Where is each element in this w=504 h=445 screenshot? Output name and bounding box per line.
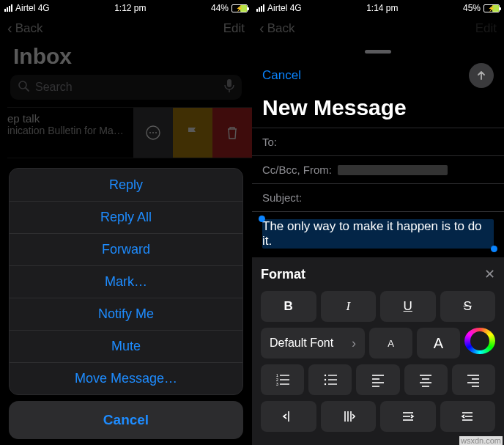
indent-button[interactable]	[321, 401, 377, 432]
signal-icon	[256, 4, 264, 12]
mail-preview: inication Bulletin for Ma…	[7, 125, 245, 136]
svg-point-6	[152, 132, 154, 133]
selected-text[interactable]: The only way to make it happen is to do …	[262, 219, 494, 249]
carrier-label: Airtel 4G	[267, 3, 302, 13]
carrier-label: Airtel 4G	[15, 3, 50, 13]
close-icon[interactable]: ✕	[484, 266, 495, 282]
bold-button[interactable]: B	[261, 291, 316, 322]
phone-left: Airtel 4G 1:12 pm 44% ⚡ ‹Back Edit Inbox…	[0, 0, 252, 445]
align-center-button[interactable]	[404, 364, 448, 395]
search-placeholder: Search	[35, 81, 73, 94]
to-field[interactable]: To:	[252, 128, 504, 155]
watermark: wsxdn.com	[459, 436, 503, 445]
action-sheet: Reply Reply All Forward Mark… Notify Me …	[9, 168, 243, 439]
battery-icon: ⚡	[231, 4, 248, 12]
text-color-button[interactable]	[464, 328, 495, 354]
compose-cancel-button[interactable]: Cancel	[262, 68, 301, 83]
font-picker[interactable]: Default Font›	[261, 328, 365, 358]
clock: 1:12 pm	[114, 3, 146, 13]
align-left-button[interactable]	[356, 364, 399, 395]
svg-point-19	[325, 383, 326, 385]
text-direction-ltr-button[interactable]	[380, 401, 436, 432]
clock: 1:14 pm	[366, 3, 398, 13]
font-size-increase[interactable]: A	[417, 328, 460, 358]
battery-icon: ⚡	[483, 4, 500, 12]
chevron-left-icon: ‹	[7, 21, 12, 35]
swipe-delete-button[interactable]	[212, 108, 252, 158]
svg-rect-2	[227, 79, 231, 87]
chevron-right-icon: ›	[352, 336, 356, 351]
navbar: ‹Back Edit	[0, 16, 252, 41]
align-right-button[interactable]	[452, 364, 495, 395]
opt-reply-all[interactable]: Reply All	[10, 201, 242, 233]
bulleted-list-button[interactable]	[308, 364, 352, 395]
strike-button[interactable]: S	[440, 291, 496, 322]
page-title: Inbox	[0, 41, 252, 75]
signal-icon	[4, 4, 12, 12]
opt-mark[interactable]: Mark…	[10, 265, 242, 298]
from-address-redacted	[338, 165, 448, 175]
svg-text:3: 3	[276, 382, 278, 386]
action-sheet-options: Reply Reply All Forward Mark… Notify Me …	[9, 168, 243, 395]
phone-right: Airtel 4G 1:14 pm 45% ⚡ ‹Back Edit Cance…	[252, 0, 504, 445]
format-title: Format	[261, 267, 305, 282]
opt-notify[interactable]: Notify Me	[10, 298, 242, 330]
underline-button[interactable]: U	[380, 291, 436, 322]
chevron-left-icon: ‹	[259, 21, 264, 35]
compose-title: New Message	[252, 88, 504, 128]
search-icon	[18, 80, 29, 95]
svg-point-5	[149, 132, 151, 133]
mail-row[interactable]: 12:07 pm ep talk inication Bulletin for …	[0, 108, 252, 141]
mail-time: 12:07 pm	[208, 112, 245, 122]
opt-move[interactable]: Move Message…	[10, 362, 242, 394]
svg-point-17	[325, 379, 326, 380]
subject-field[interactable]: Subject:	[252, 183, 504, 211]
send-button[interactable]	[469, 63, 494, 88]
navbar-dimmed: ‹Back Edit	[252, 16, 504, 41]
sheet-grabber[interactable]	[252, 41, 504, 62]
cc-bcc-from-field[interactable]: Cc/Bcc, From:	[252, 155, 504, 183]
edit-button[interactable]: Edit	[223, 21, 245, 36]
svg-point-7	[155, 132, 157, 133]
font-size-decrease[interactable]: A	[369, 328, 412, 358]
format-panel: Format ✕ B I U S Default Font› A A 123	[252, 257, 504, 445]
italic-button[interactable]: I	[321, 291, 377, 322]
battery-percent: 44%	[211, 3, 229, 13]
svg-line-1	[26, 88, 29, 91]
back-button[interactable]: ‹Back	[7, 21, 42, 36]
outdent-button[interactable]	[261, 401, 316, 432]
text-direction-rtl-button[interactable]	[440, 401, 496, 432]
battery-percent: 45%	[463, 3, 481, 13]
status-bar: Airtel 4G 1:14 pm 45% ⚡	[252, 0, 504, 16]
swipe-flag-button[interactable]	[173, 108, 212, 158]
opt-forward[interactable]: Forward	[10, 233, 242, 265]
svg-point-0	[19, 81, 26, 89]
swipe-more-button[interactable]	[133, 108, 173, 158]
action-sheet-cancel[interactable]: Cancel	[9, 401, 243, 439]
svg-point-4	[147, 126, 160, 139]
swipe-actions	[133, 108, 252, 158]
numbered-list-button[interactable]: 123	[261, 364, 304, 395]
mail-sender: ep talk	[7, 112, 245, 125]
opt-reply[interactable]: Reply	[10, 169, 242, 201]
status-bar: Airtel 4G 1:12 pm 44% ⚡	[0, 0, 252, 16]
back-button: ‹Back	[259, 21, 294, 36]
svg-point-15	[325, 375, 326, 376]
edit-button: Edit	[475, 21, 497, 36]
search-input[interactable]: Search	[10, 75, 242, 100]
opt-mute[interactable]: Mute	[10, 330, 242, 362]
mic-icon[interactable]	[224, 79, 234, 95]
